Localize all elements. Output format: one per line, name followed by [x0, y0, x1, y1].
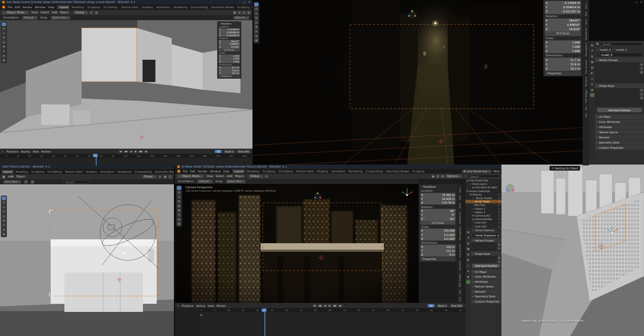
select-box-tool-icon[interactable]: ▢: [2, 196, 6, 200]
workspace-tab[interactable]: UV Editing: [46, 170, 63, 174]
cursor-tool-icon[interactable]: ⊙: [254, 7, 258, 11]
workspace-tab[interactable]: Rendering: [347, 169, 364, 173]
sidebar-tab[interactable]: Tool: [585, 12, 587, 16]
scale-tool-icon[interactable]: ◱: [2, 40, 6, 44]
scale-z-field[interactable]: Z111.620: [420, 237, 456, 241]
solid-shading-icon[interactable]: ◯: [242, 11, 246, 15]
remove-item-button[interactable]: −: [640, 92, 644, 96]
rotation-mode-select[interactable]: XYZ Euler: [545, 31, 581, 36]
snap-magnet-icon[interactable]: ∩: [89, 11, 93, 15]
add-rest-position-button[interactable]: Add Rest Position: [472, 263, 501, 268]
menu-item[interactable]: Keying: [20, 150, 31, 153]
orientation-dropdown[interactable]: Default▾: [197, 180, 213, 183]
visibility-checkbox[interactable]: ☑: [498, 221, 500, 224]
proportional-edit-icon[interactable]: ◎: [94, 11, 98, 15]
workspace-tab[interactable]: Layout: [232, 169, 245, 173]
proportional-edit-icon[interactable]: ◎: [30, 180, 34, 184]
rotation-mode-select[interactable]: XYZ Euler: [219, 49, 240, 52]
outliner-row[interactable]: ▽ Aerial_Explo ☑: [465, 200, 501, 203]
rotate-tool-icon[interactable]: ↻: [2, 36, 6, 40]
rotation-y-field[interactable]: Y0.88658°: [545, 23, 581, 27]
menu-item[interactable]: Add: [51, 11, 59, 14]
physics-props-tab[interactable]: ◉: [466, 274, 471, 278]
visibility-checkbox[interactable]: ☑: [498, 204, 500, 206]
viewport-search-input[interactable]: [63, 180, 90, 184]
outliner-row[interactable]: ▦ Objects ☑: [465, 193, 501, 196]
location-label[interactable]: Location:: [420, 189, 456, 192]
rotation-z-field[interactable]: Z16.918°: [545, 27, 581, 31]
xray-icon[interactable]: ◫: [237, 11, 241, 15]
outliner-row[interactable]: ▽ Cables 2 ☑: [465, 211, 501, 214]
menu-item[interactable]: File: [6, 6, 14, 9]
menu-item[interactable]: Edit: [14, 6, 21, 9]
end-frame-field-c[interactable]: End 250: [450, 304, 463, 307]
rotate-tool-icon[interactable]: ↻: [254, 16, 258, 20]
location-z-field[interactable]: Z-0.021287 m: [219, 34, 240, 37]
add-item-button[interactable]: +: [497, 243, 501, 246]
solid-shading-icon[interactable]: ◯: [168, 175, 172, 179]
current-frame-field-a[interactable]: 70: [215, 150, 222, 153]
transform-orientation-dropdown[interactable]: Global▾: [249, 174, 263, 178]
vertex-groups-list[interactable]: +−: [471, 242, 501, 251]
prev-keyframe-button[interactable]: ◀◀: [317, 304, 322, 307]
viewport-c[interactable]: Camera Perspective (22) Scene Collection…: [175, 184, 419, 303]
select-mode-dropdown[interactable]: elect Box▾: [3, 180, 21, 184]
annotate-tool-icon[interactable]: ✎: [2, 223, 6, 227]
jump-to-end-button[interactable]: ▶|: [338, 304, 343, 307]
location-x-field[interactable]: X-0.15094 m: [219, 28, 240, 31]
add-cube-tool-icon[interactable]: ⊞: [177, 222, 181, 226]
breadcrumb-object[interactable]: Aerial_Explosio...: [475, 229, 496, 232]
blender-menu-icon[interactable]: [2, 6, 5, 9]
menu-item[interactable]: Add: [7, 175, 15, 178]
snap-magnet-icon[interactable]: ∩: [158, 175, 162, 179]
visibility-checkbox[interactable]: ☑: [498, 208, 500, 210]
minimize-button[interactable]: –: [239, 1, 240, 3]
collapsed-section[interactable]: UV Maps: [595, 114, 644, 119]
menu-item[interactable]: Marker: [215, 304, 227, 307]
blender-menu-icon[interactable]: [177, 170, 180, 173]
workspace-tab[interactable]: Geometry Nodes: [210, 5, 236, 9]
close-button[interactable]: ✕: [640, 1, 642, 3]
scale-x-field[interactable]: X159.098: [420, 229, 456, 232]
sidebar-tab[interactable]: Blender41: [585, 28, 587, 40]
view-layer-selector[interactable]: ≡▾: [493, 170, 500, 173]
transform-tool-icon[interactable]: ⊕: [2, 45, 6, 49]
workspace-tab[interactable]: Animation: [330, 169, 347, 173]
minimize-button[interactable]: –: [631, 1, 632, 3]
overlays-icon[interactable]: ◉: [431, 174, 435, 178]
collapsed-section[interactable]: Remesh: [595, 134, 644, 140]
window-b-titlebar[interactable]: nder files\2.blend] - Blender 4.1: [0, 165, 174, 169]
location-z-field[interactable]: Z-0.021287 m: [545, 9, 581, 14]
properties-footer[interactable]: Properties: [545, 71, 581, 76]
workspace-tab[interactable]: Layout: [57, 5, 70, 9]
menu-item[interactable]: View: [31, 150, 40, 153]
data-name-field[interactable]: ▽ Aerial_Explosion_v0: [472, 233, 501, 238]
menu-item[interactable]: View: [30, 11, 39, 14]
rotation-x-field[interactable]: X364.67°: [219, 40, 240, 43]
select-mode-dropdown[interactable]: Select Box▾: [51, 16, 71, 20]
rotate-tool-icon[interactable]: ↻: [2, 210, 6, 214]
collapsed-section[interactable]: Attributes: [471, 279, 501, 284]
timeline-a-ruler[interactable]: 0102030405060708090100110120130140150160…: [0, 154, 252, 158]
location-z-field[interactable]: Z176.78 m: [420, 201, 456, 205]
add-item-button[interactable]: +: [497, 256, 501, 260]
workspace-tab[interactable]: Geometry Nodes: [153, 170, 174, 174]
sidebar-tab[interactable]: City: [459, 297, 461, 302]
mode-dropdown[interactable]: ▢Object Mode▾: [177, 174, 204, 178]
sidebar-tab[interactable]: View: [459, 203, 461, 209]
object-props-tab[interactable]: ◫: [466, 263, 471, 267]
sidebar-tab[interactable]: Atmosphere: [585, 43, 587, 57]
next-keyframe-button[interactable]: ▶▶: [332, 304, 337, 307]
workspace-tab[interactable]: UV Editing: [102, 5, 119, 9]
shape-keys-list[interactable]: +−: [471, 256, 501, 263]
move-tool-icon[interactable]: +: [177, 195, 181, 199]
scene-props-tab[interactable]: ▧: [466, 252, 471, 256]
transform-panel-header[interactable]: Transform: [420, 185, 456, 189]
rotation-z-field[interactable]: Z16.918°: [219, 46, 240, 49]
menu-item[interactable]: Help: [222, 170, 231, 173]
visibility-checkbox[interactable]: ☑: [498, 214, 500, 217]
outliner-row[interactable]: ▦ Scene Collection: [465, 189, 501, 193]
sidebar-tab[interactable]: Tool: [459, 195, 461, 200]
visibility-checkbox[interactable]: ☑: [498, 211, 500, 214]
dimensions-label[interactable]: Dimensions:: [420, 241, 456, 244]
